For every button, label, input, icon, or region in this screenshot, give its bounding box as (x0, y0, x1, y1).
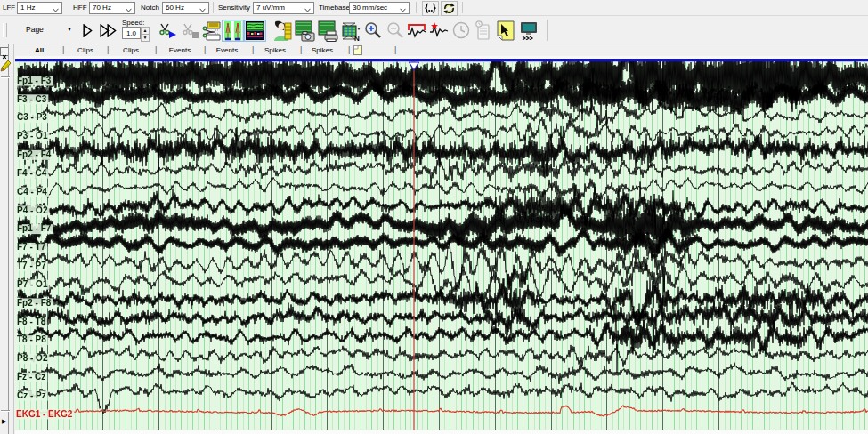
svg-text:N: N (354, 35, 360, 42)
